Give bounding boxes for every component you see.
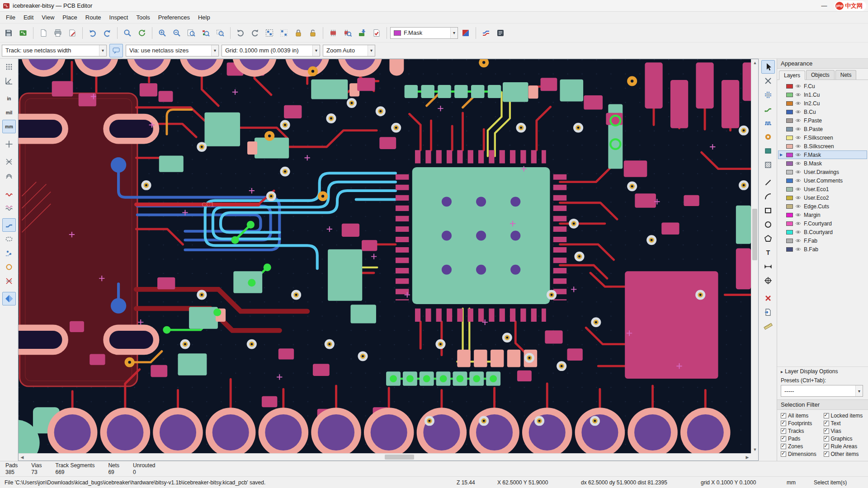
scroll-down-arrow[interactable]: ▼: [751, 446, 759, 453]
menu-item-view[interactable]: View: [38, 12, 58, 23]
layer-row-user-eco1[interactable]: User.Eco1: [778, 185, 867, 193]
router-settings-button[interactable]: [494, 26, 507, 40]
zoom-fit-objects-button[interactable]: [199, 26, 212, 40]
layer-pair-indicator[interactable]: [459, 26, 472, 40]
add-via-tool[interactable]: [761, 130, 775, 144]
layer-color-swatch[interactable]: [786, 84, 793, 89]
filter-tracks[interactable]: Tracks: [781, 428, 824, 434]
layer-row-in1-cu[interactable]: In1.Cu: [778, 90, 867, 99]
draw-rectangle-tool[interactable]: [761, 204, 775, 217]
layer-visibility-eye-icon[interactable]: [795, 212, 802, 218]
layer-color-swatch[interactable]: [786, 144, 793, 149]
find-button[interactable]: [121, 26, 134, 40]
zoom-in-button[interactable]: [156, 26, 169, 40]
layer-visibility-eye-icon[interactable]: [795, 246, 802, 253]
layer-visibility-eye-icon[interactable]: [795, 83, 802, 89]
layer-row-user-eco2[interactable]: User.Eco2: [778, 193, 867, 202]
cursor-shape-button[interactable]: [2, 137, 16, 151]
layer-visibility-eye-icon[interactable]: [795, 143, 802, 150]
pad-display-mode-button[interactable]: [2, 232, 16, 246]
layer-row-b-paste[interactable]: B.Paste: [778, 125, 867, 133]
tune-length-tool[interactable]: [761, 116, 775, 130]
layer-color-swatch[interactable]: [786, 136, 793, 140]
curved-ratsnest-button[interactable]: [2, 169, 16, 183]
menu-item-route[interactable]: Route: [81, 12, 105, 23]
minimize-button[interactable]: —: [816, 1, 832, 11]
checkbox[interactable]: [781, 451, 786, 457]
layer-color-swatch[interactable]: [786, 101, 793, 106]
layer-visibility-eye-icon[interactable]: [795, 238, 802, 244]
layer-color-swatch[interactable]: [786, 170, 793, 174]
layer-visibility-eye-icon[interactable]: [795, 126, 802, 132]
add-rule-area-tool[interactable]: [761, 158, 775, 172]
layer-color-swatch[interactable]: [786, 161, 793, 166]
board-setup-button[interactable]: [16, 26, 30, 40]
page-settings-button[interactable]: [37, 26, 50, 40]
plot-button[interactable]: [66, 26, 79, 40]
checkbox[interactable]: [781, 428, 786, 434]
pcb-canvas[interactable]: CC1: [19, 59, 751, 453]
layer-color-swatch[interactable]: [786, 196, 793, 200]
zoom-combo[interactable]: Zoom Auto ▾: [323, 45, 375, 56]
route-tracks-tool[interactable]: [761, 102, 775, 116]
layer-visibility-eye-icon[interactable]: [795, 160, 802, 167]
layer-color-swatch[interactable]: [786, 239, 793, 243]
net-highlight-mode-button[interactable]: [2, 187, 16, 200]
layer-row-f-courtyard[interactable]: F.Courtyard: [778, 219, 867, 228]
layer-row-b-courtyard[interactable]: B.Courtyard: [778, 228, 867, 236]
filter-footprints[interactable]: Footprints: [781, 420, 824, 427]
filter-pads[interactable]: Pads: [781, 436, 824, 442]
vscroll-thumb[interactable]: [752, 209, 757, 260]
canvas-vertical-scrollbar[interactable]: ▲ ▼: [751, 59, 758, 453]
layer-row-margin[interactable]: Margin: [778, 211, 867, 219]
filter-locked-items[interactable]: Locked items: [824, 413, 867, 419]
grid-combo[interactable]: Grid: 0.1000 mm (0.0039 in) ▾: [222, 45, 320, 56]
draw-polygon-tool[interactable]: [761, 232, 775, 245]
refresh-button[interactable]: [135, 26, 149, 40]
filter-text[interactable]: Text: [824, 420, 867, 427]
save-button[interactable]: [2, 26, 15, 40]
layer-row-f-silkscreen[interactable]: F.Silkscreen: [778, 133, 867, 142]
layer-visibility-eye-icon[interactable]: [795, 186, 802, 192]
filter-zones[interactable]: Zones: [781, 443, 824, 450]
menu-item-place[interactable]: Place: [58, 12, 81, 23]
appearance-manager-button[interactable]: [2, 292, 16, 305]
layer-color-swatch[interactable]: [786, 230, 793, 235]
checkbox[interactable]: [781, 436, 786, 441]
zone-display-mode-button[interactable]: [2, 260, 16, 274]
track-display-mode-button[interactable]: [2, 218, 16, 232]
footprint-editor-button[interactable]: [326, 26, 340, 40]
filter-rule-areas[interactable]: Rule Areas: [824, 443, 867, 450]
layer-visibility-eye-icon[interactable]: [795, 92, 802, 98]
layer-visibility-eye-icon[interactable]: [795, 152, 802, 158]
add-zone-tool[interactable]: [761, 144, 775, 158]
layer-row-f-cu[interactable]: F.Cu: [778, 82, 867, 90]
draw-arc-tool[interactable]: [761, 190, 775, 203]
scroll-right-arrow[interactable]: ▶: [744, 454, 751, 461]
layer-visibility-eye-icon[interactable]: [795, 117, 802, 124]
measure-tool[interactable]: [761, 319, 775, 333]
scroll-up-arrow[interactable]: ▲: [751, 59, 759, 66]
checkbox[interactable]: [824, 428, 829, 434]
active-layer-combo[interactable]: F.Mask ▾: [390, 27, 458, 39]
zone-outline-mode-button[interactable]: [2, 274, 16, 288]
import-graphics-tool[interactable]: [761, 305, 775, 319]
layer-color-swatch[interactable]: [786, 213, 793, 217]
layer-visibility-eye-icon[interactable]: [795, 135, 802, 141]
checkbox[interactable]: [824, 444, 829, 449]
local-ratsnest-tool[interactable]: [761, 74, 775, 88]
checkbox[interactable]: [781, 421, 786, 426]
menu-item-tools[interactable]: Tools: [132, 12, 154, 23]
track-width-combo[interactable]: Track: use netclass width ▾: [2, 45, 107, 56]
tab-objects[interactable]: Objects: [806, 70, 835, 80]
layer-color-swatch[interactable]: [786, 93, 793, 97]
menu-item-help[interactable]: Help: [194, 12, 214, 23]
group-items-button[interactable]: [263, 26, 276, 40]
redo-button[interactable]: [100, 26, 114, 40]
layer-row-b-mask[interactable]: B.Mask: [778, 159, 867, 168]
zoom-fit-page-button[interactable]: [184, 26, 198, 40]
filter-graphics[interactable]: Graphics: [824, 436, 867, 442]
delete-tool[interactable]: [761, 291, 775, 305]
tab-nets[interactable]: Nets: [835, 70, 857, 80]
canvas-horizontal-scrollbar[interactable]: ◀ ▶: [19, 453, 751, 460]
